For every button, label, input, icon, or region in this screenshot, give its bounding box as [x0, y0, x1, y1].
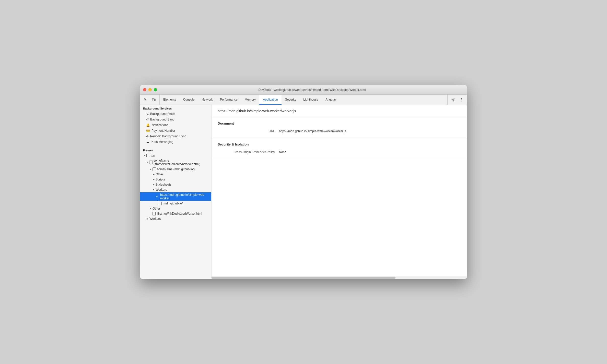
expand-icon: ▼ — [149, 168, 152, 171]
tab-security[interactable]: Security — [282, 95, 300, 105]
tab-angular[interactable]: Angular — [322, 95, 340, 105]
scrollbar-thumb — [212, 277, 395, 279]
detail-panel: https://mdn.github.io/simple-web-worker/… — [212, 105, 467, 276]
tree-item-other-2[interactable]: ▶ Other — [140, 206, 211, 211]
svg-rect-0 — [152, 99, 154, 101]
expand-icon: ▶ — [146, 217, 149, 220]
frame-icon — [149, 161, 153, 164]
title-bar: DevTools - wolfib.github.io/web-demos/ne… — [140, 85, 467, 95]
svg-point-4 — [461, 99, 462, 100]
tab-console[interactable]: Console — [180, 95, 198, 105]
tab-memory[interactable]: Memory — [241, 95, 259, 105]
sidebar: Background Services ⇅ Background Fetch ↺… — [140, 105, 212, 279]
notifications-icon: 🔔 — [146, 123, 150, 127]
frames-header: Frames — [140, 147, 211, 153]
detail-container: https://mdn.github.io/simple-web-worker/… — [212, 105, 467, 279]
expand-icon: ▶ — [152, 178, 155, 181]
document-icon — [159, 202, 162, 205]
payment-handler-icon: 💳 — [146, 129, 150, 132]
detail-url-header: https://mdn.github.io/simple-web-worker/… — [212, 105, 467, 117]
expand-icon: ▼ — [152, 188, 155, 191]
worker-icon: ⚙ — [155, 195, 159, 198]
expand-icon: ▼ — [143, 154, 146, 157]
toolbar-left-icons — [140, 95, 160, 105]
tab-network[interactable]: Network — [198, 95, 216, 105]
minimize-button[interactable] — [148, 88, 152, 91]
tree-item-iframe-doc[interactable]: iframeWithDedicatedWorker.html — [140, 211, 211, 216]
url-value: https://mdn.github.io/simple-web-worker/… — [279, 129, 346, 133]
url-label: URL — [218, 129, 279, 133]
security-section: Security & Isolation Cross-Origin Embedd… — [212, 138, 467, 159]
coep-row: Cross-Origin Embedder Policy None — [218, 149, 461, 155]
sidebar-item-periodic-background-sync[interactable]: ⊙ Periodic Background Sync — [140, 134, 211, 139]
svg-rect-1 — [155, 99, 155, 101]
devtools-window: DevTools - wolfib.github.io/web-demos/ne… — [140, 85, 467, 279]
svg-point-2 — [453, 99, 454, 100]
sidebar-item-push-messaging[interactable]: ☁ Push Messaging — [140, 139, 211, 145]
periodic-background-sync-icon: ⊙ — [146, 135, 149, 138]
main-content: Background Services ⇅ Background Fetch ↺… — [140, 105, 467, 279]
tree-item-somename-mdn[interactable]: ▼ someName (mdn.github.io/) — [140, 167, 211, 172]
tabs-list: Elements Console Network Performance Mem… — [160, 95, 447, 105]
sidebar-item-background-sync[interactable]: ↺ Background Sync — [140, 117, 211, 122]
close-button[interactable] — [143, 88, 146, 91]
maximize-button[interactable] — [154, 88, 157, 91]
tree-item-workers-2[interactable]: ▶ Workers — [140, 216, 211, 221]
device-toolbar-button[interactable] — [150, 96, 157, 103]
tree-item-somename-iframe[interactable]: ▼ someName (iframeWithDedicatedWorker.ht… — [140, 158, 211, 167]
background-services-header: Background Services — [140, 105, 211, 111]
tree-item-workers[interactable]: ▼ Workers — [140, 187, 211, 192]
coep-label: Cross-Origin Embedder Policy — [218, 150, 279, 154]
more-menu-button[interactable] — [458, 96, 465, 103]
tree-item-worker-url[interactable]: ⚙ https://mdn.github.io/simple-web-worke… — [140, 192, 211, 201]
sidebar-item-notifications[interactable]: 🔔 Notifications — [140, 122, 211, 128]
devtools-tab-bar: Elements Console Network Performance Mem… — [140, 95, 467, 105]
document-icon — [153, 212, 156, 215]
push-messaging-icon: ☁ — [146, 140, 149, 144]
coep-value: None — [279, 150, 286, 154]
document-section-title: Document — [218, 122, 461, 125]
settings-button[interactable] — [450, 96, 457, 103]
tree-item-top[interactable]: ▼ top — [140, 153, 211, 158]
tab-lighthouse[interactable]: Lighthouse — [300, 95, 322, 105]
tree-item-scripts[interactable]: ▶ Scripts — [140, 177, 211, 182]
svg-point-5 — [461, 101, 462, 101]
security-section-title: Security & Isolation — [218, 142, 461, 146]
window-title: DevTools - wolfib.github.io/web-demos/ne… — [160, 88, 464, 92]
detail-horizontal-scrollbar[interactable] — [212, 276, 467, 279]
frame-icon — [153, 167, 156, 171]
frames-section: Frames ▼ top ▼ someName (iframeWithDedic… — [140, 145, 211, 221]
expand-icon: ▼ — [146, 161, 148, 164]
tree-item-stylesheets[interactable]: ▶ Stylesheets — [140, 182, 211, 187]
tab-performance[interactable]: Performance — [216, 95, 241, 105]
tree-item-other-1[interactable]: ▶ Other — [140, 172, 211, 177]
sidebar-item-background-fetch[interactable]: ⇅ Background Fetch — [140, 111, 211, 117]
background-fetch-icon: ⇅ — [146, 112, 149, 116]
svg-point-3 — [461, 98, 462, 99]
inspect-element-button[interactable] — [142, 96, 149, 103]
sidebar-item-payment-handler[interactable]: 💳 Payment Handler — [140, 128, 211, 134]
traffic-lights — [143, 88, 157, 91]
url-row: URL https://mdn.github.io/simple-web-wor… — [218, 128, 461, 134]
document-section: Document URL https://mdn.github.io/simpl… — [212, 117, 467, 138]
toolbar-right-icons — [447, 95, 467, 105]
background-sync-icon: ↺ — [146, 118, 149, 121]
tab-elements[interactable]: Elements — [160, 95, 180, 105]
expand-icon: ▶ — [152, 183, 155, 186]
tree-item-mdn-doc[interactable]: mdn.github.io/ — [140, 201, 211, 206]
expand-icon: ▶ — [149, 207, 152, 210]
expand-icon: ▶ — [152, 173, 155, 176]
tab-application[interactable]: Application — [259, 95, 282, 105]
frame-icon — [146, 154, 150, 157]
